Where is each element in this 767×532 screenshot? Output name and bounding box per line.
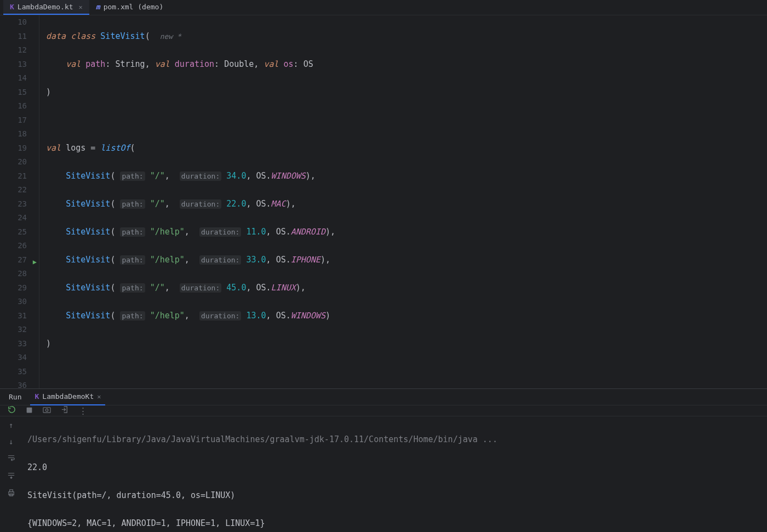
console-line: /Users/shigenfu/Library/Java/JavaVirtual… [27, 433, 762, 447]
run-label: Run [9, 393, 21, 401]
line-number[interactable]: 25 [0, 225, 27, 239]
soft-wrap-icon[interactable] [7, 454, 15, 464]
run-tab-name: LambdaDemoKt [42, 392, 94, 401]
line-number[interactable]: 12 [0, 43, 27, 58]
svg-rect-0 [27, 407, 32, 413]
tab-label: pom.xml (demo) [104, 3, 164, 11]
run-config-tab[interactable]: K LambdaDemoKt ✕ [30, 389, 105, 405]
run-toolbar: ⋮ [0, 405, 767, 416]
console-line: SiteVisit(path=/, duration=45.0, os=LINU… [27, 489, 762, 503]
tab-lambdademo[interactable]: K LambdaDemo.kt ✕ [3, 0, 89, 15]
svg-rect-4 [9, 490, 13, 492]
line-number[interactable]: 16 [0, 99, 27, 113]
run-tool-window: Run K LambdaDemoKt ✕ ⋮ ↑ ↓ [0, 388, 767, 532]
line-number[interactable]: 35 [0, 365, 27, 379]
editor-scrollbar[interactable] [759, 15, 767, 388]
line-number[interactable]: 34 [0, 351, 27, 365]
console-line: 22.0 [27, 461, 762, 475]
more-icon[interactable]: ⋮ [79, 406, 87, 416]
editor-area: 101112131415161718192021222324252627▶282… [0, 15, 767, 388]
line-number[interactable]: 19 [0, 141, 27, 156]
maven-file-icon: m [96, 3, 100, 11]
line-number[interactable]: 11 [0, 30, 27, 44]
rerun-icon[interactable] [8, 405, 16, 416]
svg-rect-1 [43, 408, 50, 413]
line-number[interactable]: 33 [0, 337, 27, 351]
line-number[interactable]: 18 [0, 127, 27, 141]
svg-point-2 [45, 409, 48, 411]
down-arrow-icon[interactable]: ↓ [9, 437, 13, 446]
line-number[interactable]: 32 [0, 323, 27, 337]
console-line: {WINDOWS=2, MAC=1, ANDROID=1, IPHONE=1, … [27, 517, 762, 531]
line-number[interactable]: 27▶ [0, 253, 27, 267]
tab-label: LambdaDemo.kt [18, 3, 73, 11]
console-output[interactable]: /Users/shigenfu/Library/Java/JavaVirtual… [22, 416, 767, 532]
close-icon[interactable]: ✕ [97, 393, 101, 401]
run-body: ↑ ↓ /Users/shigenfu/Library/Java/JavaVir… [0, 416, 767, 532]
run-side-toolbar: ↑ ↓ [0, 416, 22, 532]
close-icon[interactable]: ✕ [79, 3, 83, 11]
scroll-to-end-icon[interactable] [7, 471, 15, 481]
line-number[interactable]: 15 [0, 85, 27, 100]
line-number[interactable]: 24 [0, 211, 27, 225]
line-number-gutter: 101112131415161718192021222324252627▶282… [0, 15, 39, 388]
line-number[interactable]: 20 [0, 155, 27, 169]
line-number[interactable]: 26 [0, 239, 27, 253]
screenshot-icon[interactable] [43, 405, 51, 416]
line-number[interactable]: 17 [0, 113, 27, 128]
line-number[interactable]: 21 [0, 169, 27, 184]
line-number[interactable]: 13 [0, 58, 27, 72]
exit-icon[interactable] [61, 405, 69, 416]
line-number[interactable]: 22 [0, 183, 27, 197]
up-arrow-icon[interactable]: ↑ [9, 421, 13, 430]
tab-pomxml[interactable]: m pom.xml (demo) [89, 0, 170, 15]
kotlin-file-icon: K [35, 392, 39, 401]
code-editor[interactable]: data class SiteVisit( new * val path: St… [39, 15, 759, 388]
line-number[interactable]: 30 [0, 295, 27, 309]
line-number[interactable]: 31 [0, 309, 27, 323]
line-number[interactable]: 14 [0, 71, 27, 85]
line-number[interactable]: 28 [0, 267, 27, 281]
line-number[interactable]: 29 [0, 281, 27, 295]
stop-icon[interactable] [26, 406, 33, 416]
line-number[interactable]: 23 [0, 197, 27, 211]
editor-tabs: K LambdaDemo.kt ✕ m pom.xml (demo) [0, 0, 767, 15]
run-gutter-icon[interactable]: ▶ [33, 255, 37, 270]
kotlin-file-icon: K [10, 3, 14, 11]
run-tabs: Run K LambdaDemoKt ✕ [0, 389, 767, 405]
line-number[interactable]: 36 [0, 379, 27, 388]
line-number[interactable]: 10 [0, 15, 27, 30]
print-icon[interactable] [7, 489, 15, 499]
